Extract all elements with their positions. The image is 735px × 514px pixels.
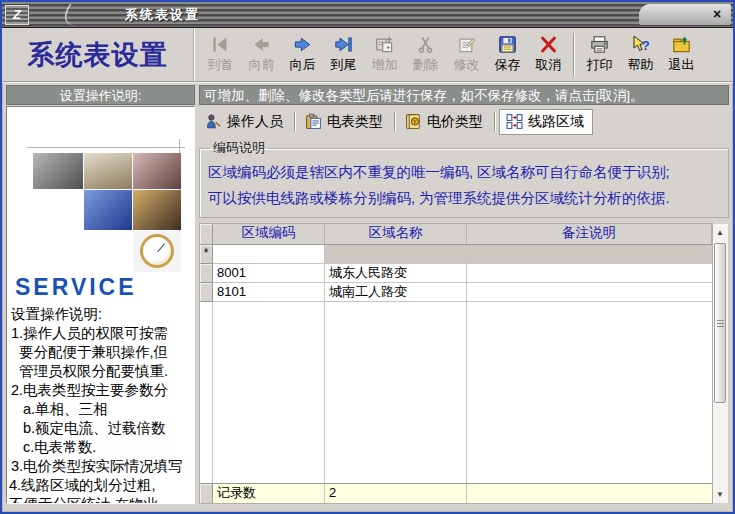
scroll-up-icon[interactable]: ▲ xyxy=(713,225,727,240)
next-record-button[interactable]: 向后 xyxy=(282,31,323,79)
cell-note[interactable] xyxy=(467,245,712,264)
add-icon xyxy=(375,35,394,54)
cell-note[interactable] xyxy=(467,283,712,302)
instruction-line: 3.电价类型按实际情况填写 xyxy=(9,457,194,476)
save-button[interactable]: 保存 xyxy=(487,31,528,79)
toolbar-button-label: 到首 xyxy=(208,56,234,74)
pocket-watch-icon xyxy=(140,234,174,268)
cell-area-code[interactable] xyxy=(213,245,325,264)
collage-crosshair-h xyxy=(27,147,185,148)
cell-area-code[interactable]: 8001 xyxy=(213,264,325,283)
cancel-button[interactable]: 取消 xyxy=(528,31,569,79)
prev-record-icon xyxy=(252,35,271,54)
main-pane: 可增加、删除、修改各类型后请进行保存，如不保存修改，请点击[取消]。 操作人员 … xyxy=(199,85,729,504)
help-button[interactable]: ? 帮助 xyxy=(620,31,661,79)
tab-separator xyxy=(294,112,296,132)
edit-button: 修改 xyxy=(446,31,487,79)
tabs: 操作人员 电表类型 电价类型 线路区域 xyxy=(199,107,729,136)
titlebar-right-cap: × xyxy=(639,4,731,25)
instruction-line: 1.操作人员的权限可按需 xyxy=(9,324,194,343)
table-row[interactable]: 8101 城南工人路变 xyxy=(200,283,712,302)
delete-icon xyxy=(416,35,435,54)
exit-button[interactable]: 退出 xyxy=(661,31,702,79)
print-icon xyxy=(590,35,609,54)
tab-meter-type[interactable]: 电表类型 xyxy=(299,110,391,134)
grid-empty-area xyxy=(200,302,712,483)
meter-type-icon xyxy=(305,113,322,130)
toolbar-button-label: 取消 xyxy=(536,56,562,74)
print-button[interactable]: 打印 xyxy=(579,31,620,79)
help-icon: ? xyxy=(631,35,650,54)
grid-header-row: 区域编码 区域名称 备注说明 xyxy=(200,224,712,245)
coding-note-line: 区域编码必须是辖区内不重复的唯一编码, 区域名称可自行命名便于识别; xyxy=(208,159,720,185)
row-selector[interactable] xyxy=(200,283,213,302)
cancel-icon xyxy=(539,35,558,54)
grid-footer-row: 记录数 2 xyxy=(200,483,712,503)
close-button[interactable]: × xyxy=(707,6,727,23)
sidebar: 设置操作说明: SERVICE 设置操作说明: 1.操作人员的权限可按需 要分配… xyxy=(6,85,195,504)
column-header-area-code[interactable]: 区域编码 xyxy=(213,224,325,245)
cell-area-name[interactable]: 城东人民路变 xyxy=(325,264,467,283)
record-count-label: 记录数 xyxy=(213,484,325,503)
row-selector-new[interactable]: * xyxy=(200,245,213,264)
content: 设置操作说明: SERVICE 设置操作说明: 1.操作人员的权限可按需 要分配… xyxy=(2,83,733,504)
cell-note[interactable] xyxy=(467,264,712,283)
row-selector[interactable] xyxy=(200,264,213,283)
toolbar-button-label: 修改 xyxy=(454,56,480,74)
cell-area-name[interactable]: 城南工人路变 xyxy=(325,283,467,302)
photo-pens xyxy=(133,153,181,189)
toolbar-button-label: 删除 xyxy=(413,56,439,74)
service-collage-image xyxy=(9,109,194,272)
add-button: 增加 xyxy=(364,31,405,79)
sidebar-body: SERVICE 设置操作说明: 1.操作人员的权限可按需 要分配便于兼职操作,但… xyxy=(6,106,195,504)
notice-bar: 可增加、删除、修改各类型后请进行保存，如不保存修改，请点击[取消]。 xyxy=(199,85,729,105)
column-header-area-name[interactable]: 区域名称 xyxy=(325,224,467,245)
page-title: 系统表设置 xyxy=(2,28,194,81)
toolbar-button-label: 打印 xyxy=(587,56,613,74)
instruction-line: 管理员权限分配要慎重. xyxy=(9,362,194,381)
tab-price-type[interactable]: 电价类型 xyxy=(399,110,491,134)
cell-area-name[interactable] xyxy=(325,245,467,264)
grid-empty-col xyxy=(467,302,712,483)
toolbar-button-label: 增加 xyxy=(372,56,398,74)
titlebar: Z 系统表设置 × xyxy=(2,2,733,28)
toolbar-button-label: 向后 xyxy=(290,56,316,74)
toolbar-button-label: 帮助 xyxy=(628,56,654,74)
tab-line-area[interactable]: 线路区域 xyxy=(499,109,593,135)
toolbar-separator xyxy=(573,33,575,77)
line-area-icon xyxy=(506,113,523,130)
scroll-down-icon[interactable]: ▼ xyxy=(713,487,727,502)
first-record-button: 到首 xyxy=(200,31,241,79)
instruction-line: 要分配便于兼职操作,但 xyxy=(9,343,194,362)
toolbar-button-label: 退出 xyxy=(669,56,695,74)
footer-selector-stub xyxy=(200,484,213,503)
table-row-new[interactable]: * xyxy=(200,245,712,264)
grid-empty-col xyxy=(213,302,325,483)
edit-icon xyxy=(457,35,476,54)
coding-note-legend: 编码说明 xyxy=(210,139,268,157)
tab-label: 操作人员 xyxy=(227,113,283,131)
coding-note-fieldset: 编码说明 区域编码必须是辖区内不重复的唯一编码, 区域名称可自行命名便于识别; … xyxy=(199,139,729,218)
save-icon xyxy=(498,35,517,54)
sidebar-header: 设置操作说明: xyxy=(6,85,195,105)
toolbar-button-label: 向前 xyxy=(249,56,275,74)
operator-icon xyxy=(205,113,222,130)
first-record-icon xyxy=(211,35,230,54)
grid-table: 区域编码 区域名称 备注说明 * 8001 城东人民路变 xyxy=(199,223,713,504)
scrollbar-thumb[interactable] xyxy=(714,243,726,403)
photo-keyboard xyxy=(84,190,132,230)
vertical-scrollbar[interactable]: ▲ ▼ xyxy=(713,223,729,504)
last-record-button[interactable]: 到尾 xyxy=(323,31,364,79)
exit-icon xyxy=(672,35,691,54)
tab-label: 线路区域 xyxy=(528,113,584,131)
service-label: SERVICE xyxy=(15,274,194,301)
cell-area-code[interactable]: 8101 xyxy=(213,283,325,302)
toolbar: 系统表设置 到首 向前 向后 到尾 增加 xyxy=(2,28,733,83)
instruction-line: 不便于分区统计,在物业 xyxy=(9,495,194,504)
table-row[interactable]: 8001 城东人民路变 xyxy=(200,264,712,283)
tab-operators[interactable]: 操作人员 xyxy=(199,110,291,134)
delete-button: 删除 xyxy=(405,31,446,79)
instruction-line: b.额定电流、过载倍数 xyxy=(9,419,194,438)
column-header-note[interactable]: 备注说明 xyxy=(467,224,712,245)
instruction-line: 设置操作说明: xyxy=(9,305,194,324)
